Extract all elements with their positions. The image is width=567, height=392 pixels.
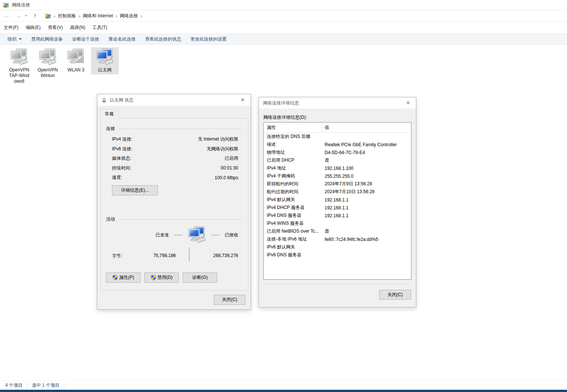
- toolbar-change-connection-settings[interactable]: 更改此连接的设置: [191, 36, 227, 42]
- chevron-down-icon: [19, 38, 22, 40]
- table-row[interactable]: 已启用 DHCP 是: [264, 156, 411, 164]
- cell-property: 获得租约的时间: [264, 181, 322, 187]
- breadcrumb-chevron-icon[interactable]: ›: [113, 13, 120, 19]
- table-row[interactable]: IPv4 默认网关 192.168.1.1: [264, 196, 411, 204]
- menu-advanced[interactable]: 高级(N): [70, 24, 85, 31]
- connection-label: WLAN 3: [62, 67, 90, 73]
- table-row[interactable]: IPv6 默认网关: [264, 243, 411, 251]
- connection-label: OpenVPN: [5, 67, 33, 73]
- navigation-bar: ← → ↑ › 控制面板 › 网络和 Internet › 网络连接 ›: [0, 10, 567, 22]
- bytes-label: 字节:: [112, 253, 122, 259]
- cell-property: 描述: [264, 141, 322, 148]
- activity-flow: 已发送 已接收: [101, 224, 248, 245]
- breadcrumb-chevron-icon: ›: [51, 13, 58, 19]
- menu-tools[interactable]: 工具(T): [92, 24, 107, 31]
- menu-view[interactable]: 查看(V): [48, 24, 63, 31]
- up-arrow-icon[interactable]: ↑: [30, 11, 40, 21]
- table-row[interactable]: 描述 Realtek PCIe GbE Family Controller: [264, 141, 411, 148]
- table-row[interactable]: 物理地址 D4-5D-64-7C-78-E4: [264, 148, 411, 156]
- status-row: 媒体状态: 已启用: [101, 154, 248, 163]
- breadcrumb-network-connections[interactable]: 网络连接: [120, 13, 138, 19]
- tab-general[interactable]: 常规: [100, 109, 119, 118]
- toolbar-diagnose-connection[interactable]: 诊断这个连接: [72, 36, 99, 42]
- group-divider: [119, 219, 242, 219]
- button-label: 属性(P): [119, 274, 134, 281]
- table-row[interactable]: IPv4 子网掩码 255.255.255.0: [264, 172, 411, 180]
- uac-shield-icon: [112, 275, 118, 280]
- network-details-dialog: 网络连接详细信息 × 网络连接详细信息(D): 属性 值 连接特定的 DNS 后…: [259, 97, 416, 307]
- row-label: 速度:: [112, 174, 122, 181]
- details-button[interactable]: 详细信息(E)...: [112, 185, 158, 195]
- menu-bar: 文件(F) 编辑(E) 查看(V) 高级(N) 工具(T): [0, 22, 567, 33]
- cell-value: 192.168.1.100: [322, 166, 411, 171]
- cell-value: 是: [322, 157, 411, 163]
- cell-property: IPv4 默认网关: [264, 197, 322, 203]
- breadcrumb-network-internet[interactable]: 网络和 Internet: [83, 13, 113, 19]
- ethernet-adapter-disconnected-icon: [10, 48, 28, 66]
- footer-divider: [263, 284, 411, 285]
- column-header-value[interactable]: 值: [322, 123, 411, 132]
- ethernet-adapter-connected-icon: [96, 48, 114, 66]
- toolbar-disable-device[interactable]: 禁用此网络设备: [31, 36, 63, 42]
- back-arrow-icon[interactable]: ←: [2, 11, 12, 21]
- menu-edit[interactable]: 编辑(E): [26, 24, 41, 31]
- connection-item-wlan3[interactable]: WLAN 3: [62, 47, 90, 73]
- network-connections-window: { "window": { "title": "网络连接" }, "nav": …: [0, 0, 567, 392]
- column-header-property[interactable]: 属性: [264, 123, 322, 132]
- row-value: 100.0 Mbps: [215, 175, 238, 180]
- cell-property: IPv4 WINS 服务器: [264, 220, 322, 227]
- table-row[interactable]: 获得租约的时间 2024年7月9日 13:56:28: [264, 180, 411, 188]
- properties-button[interactable]: 属性(P): [106, 272, 141, 283]
- diagnose-button[interactable]: 诊断(G): [183, 272, 217, 283]
- menu-file[interactable]: 文件(F): [4, 24, 18, 31]
- table-row[interactable]: IPv4 地址 192.168.1.100: [264, 164, 411, 172]
- close-icon[interactable]: ×: [236, 94, 249, 106]
- cell-value: 2024年7月9日 13:56:28: [322, 181, 411, 187]
- disable-button[interactable]: 禁用(D): [144, 272, 179, 283]
- sent-bytes-value: 75,798,186: [153, 253, 176, 258]
- toolbar-view-connection-status[interactable]: 查看此连接的状态: [145, 36, 181, 42]
- table-row[interactable]: IPv4 DHCP 服务器 192.168.1.1: [264, 204, 411, 212]
- row-label: 持续时间:: [112, 165, 131, 171]
- group-label: 连接: [106, 126, 115, 132]
- table-row[interactable]: IPv4 WINS 服务器: [264, 219, 411, 227]
- table-row[interactable]: 连接-本地 IPv6 地址 fe80::7c24:94fc:fe2a:dd%5: [264, 235, 411, 243]
- table-row[interactable]: IPv6 DNS 服务器: [264, 251, 411, 259]
- sent-label: 已发送: [156, 232, 169, 238]
- connection-item-ethernet[interactable]: 以太网: [91, 47, 119, 74]
- details-list-label: 网络连接详细信息(D):: [263, 114, 307, 121]
- close-icon[interactable]: ×: [402, 97, 414, 109]
- close-button[interactable]: 关闭(C): [379, 290, 411, 300]
- connection-label: ows6: [5, 79, 33, 84]
- toolbar-rename-connection[interactable]: 重命名此连接: [109, 36, 136, 42]
- address-location-icon[interactable]: [45, 13, 51, 19]
- close-button[interactable]: 关闭(C): [214, 295, 245, 305]
- breadcrumb-control-panel[interactable]: 控制面板: [58, 13, 76, 19]
- window-title: 网络连接: [12, 2, 30, 8]
- cell-value: fe80::7c24:94fc:fe2a:dd%5: [322, 237, 411, 242]
- breadcrumb-chevron-icon[interactable]: ›: [138, 13, 145, 19]
- status-row: IPv4 连接: 无 Internet 访问权限: [101, 135, 248, 144]
- connection-label: Wintun: [34, 73, 62, 79]
- row-label: IPv6 连接:: [112, 146, 133, 152]
- group-label: 活动: [106, 216, 115, 222]
- bytes-divider: [189, 248, 189, 261]
- uac-shield-icon: [151, 275, 156, 280]
- breadcrumb-chevron-icon[interactable]: ›: [76, 13, 83, 19]
- ethernet-plug-icon: [101, 97, 107, 103]
- table-row[interactable]: IPv4 DNS 服务器 192.168.1.1: [264, 212, 411, 219]
- organize-dropdown[interactable]: 组织: [8, 36, 22, 42]
- table-row[interactable]: 已启用 NetBIOS over Tc... 是: [264, 227, 411, 235]
- status-rows: IPv4 连接: 无 Internet 访问权限 IPv6 连接: 无网络访问权…: [101, 135, 248, 183]
- forward-arrow-icon[interactable]: →: [14, 11, 23, 21]
- recent-locations-chevron-icon[interactable]: [23, 11, 29, 21]
- connection-item-openvpn-tap[interactable]: OpenVPN TAP-Wind ows6: [5, 47, 33, 84]
- cell-property: IPv4 DHCP 服务器: [264, 204, 322, 211]
- connection-item-openvpn-wintun[interactable]: OpenVPN Wintun: [34, 47, 62, 79]
- connection-label: TAP-Wind: [5, 73, 33, 79]
- network-connections-icon: [3, 2, 9, 8]
- cell-property: IPv4 子网掩码: [264, 173, 322, 179]
- cell-value: D4-5D-64-7C-78-E4: [322, 150, 411, 155]
- table-row[interactable]: 租约过期的时间 2024年7月10日 13:56:28: [264, 188, 411, 196]
- table-row[interactable]: 连接特定的 DNS 后缀: [264, 133, 411, 141]
